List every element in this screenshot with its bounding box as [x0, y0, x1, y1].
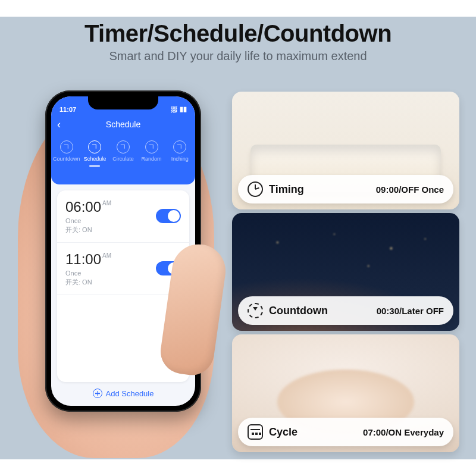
letterbox-bottom — [0, 459, 476, 476]
schedule-time: 06:00 — [65, 199, 101, 215]
card-value: 07:00/ON Everyday — [363, 427, 444, 437]
add-schedule-label: Add Schedule — [106, 389, 154, 398]
back-button[interactable]: ‹ — [57, 119, 61, 130]
card-countdown: Countdown 00:30/Later OFF — [232, 213, 459, 331]
schedule-state: 开关: ON — [65, 226, 181, 234]
countdown-icon — [248, 303, 263, 318]
card-cycle: Cycle 07:00/ON Everyday — [232, 334, 459, 452]
inching-icon — [173, 140, 186, 154]
mode-tabs: Countdown Schedule Circulate — [51, 140, 195, 171]
tab-countdown[interactable]: Countdown — [52, 140, 81, 171]
add-schedule-button[interactable]: Add Schedule — [57, 384, 189, 402]
schedule-ampm: AM — [102, 200, 111, 206]
tab-label: Countdown — [53, 156, 80, 162]
schedule-row[interactable]: 06:00 AM Once 开关: ON — [57, 190, 189, 243]
tab-circulate[interactable]: Circulate — [109, 140, 137, 171]
hourglass-icon — [60, 140, 73, 154]
cycle-icon — [117, 140, 130, 154]
status-time: 11:07 — [60, 106, 76, 113]
card-title: Countdown — [269, 305, 328, 317]
card-value: 00:30/Later OFF — [377, 306, 444, 316]
tab-label: Schedule — [84, 156, 107, 162]
clock-icon — [248, 181, 263, 197]
hand-holding-phone: 11:07 ⛆ ▮▮ ‹ Schedule Countdown — [18, 95, 214, 458]
tab-random[interactable]: Random — [137, 140, 166, 171]
battery-icon: ▮▮ — [180, 105, 187, 113]
tab-schedule[interactable]: Schedule — [81, 140, 109, 171]
feature-cards: Timing 09:00/OFF Once Countdown 00:30/La… — [232, 92, 459, 452]
wifi-icon: ⛆ — [171, 106, 177, 113]
card-value: 09:00/OFF Once — [376, 184, 444, 195]
card-title: Timing — [269, 183, 304, 196]
calendar-icon — [248, 424, 263, 440]
card-title: Cycle — [269, 426, 298, 439]
page-title: Schedule — [106, 120, 140, 129]
random-icon — [145, 140, 158, 154]
card-pill: Cycle 07:00/ON Everyday — [238, 418, 453, 446]
headline-subtitle: Smart and DIY your daily life to maximum… — [0, 49, 476, 63]
letterbox-top — [0, 0, 476, 17]
plus-icon — [93, 389, 102, 398]
clock-icon — [88, 140, 101, 154]
schedule-toggle[interactable] — [156, 209, 181, 223]
card-timing: Timing 09:00/OFF Once — [232, 92, 459, 209]
tab-label: Circulate — [112, 156, 134, 162]
tab-inching[interactable]: Inching — [165, 140, 194, 171]
schedule-state: 开关: ON — [65, 278, 181, 287]
schedule-time: 11:00 — [65, 251, 101, 268]
card-pill: Timing 09:00/OFF Once — [238, 175, 453, 203]
headline-title: Timer/Schedule/Countdown — [0, 20, 476, 47]
schedule-ampm: AM — [102, 252, 111, 259]
app-header: ‹ Schedule Countdown Schedule — [51, 114, 195, 184]
headline: Timer/Schedule/Countdown Smart and DIY y… — [0, 20, 476, 63]
phone-notch — [88, 96, 158, 109]
card-pill: Countdown 00:30/Later OFF — [238, 296, 453, 325]
tab-label: Random — [142, 156, 162, 162]
tab-label: Inching — [171, 156, 189, 162]
